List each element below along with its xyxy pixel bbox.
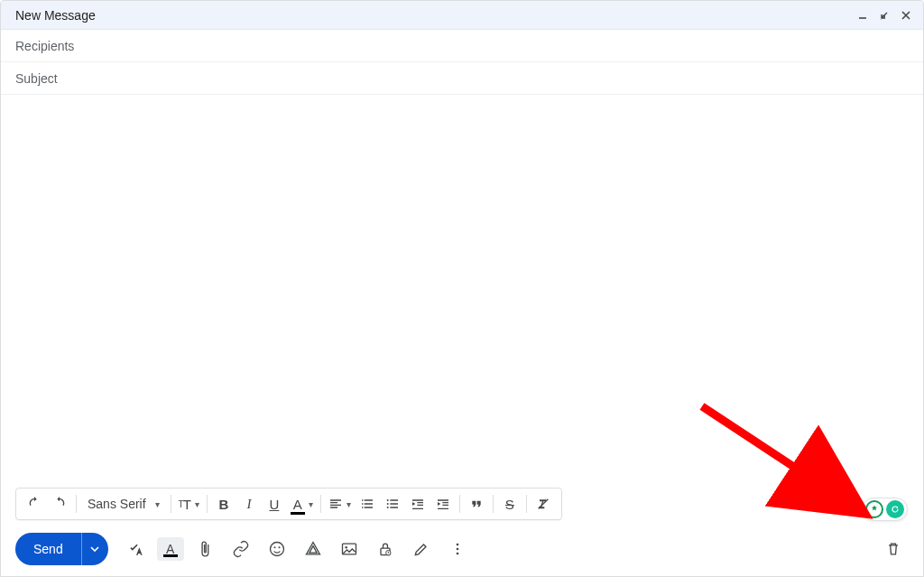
svg-point-5 [270, 543, 283, 556]
numbered-list-button[interactable] [355, 491, 380, 517]
quote-button[interactable] [464, 491, 489, 517]
insert-link-button[interactable] [226, 534, 256, 564]
svg-point-2 [387, 503, 389, 505]
insert-emoji-button[interactable] [262, 534, 292, 564]
remove-formatting-button[interactable] [531, 491, 556, 517]
text-color-dropdown[interactable]: A ▾ [287, 491, 317, 517]
svg-point-1 [387, 499, 389, 501]
italic-button[interactable]: I [236, 491, 262, 517]
indent-more-button[interactable] [430, 491, 456, 517]
align-dropdown[interactable]: ▾ [325, 491, 355, 517]
chevron-down-icon: ▾ [346, 499, 351, 509]
svg-point-7 [278, 546, 280, 548]
chevron-down-icon: ▾ [155, 499, 160, 509]
svg-point-9 [345, 546, 347, 549]
redo-button[interactable] [47, 491, 72, 517]
font-size-dropdown[interactable]: TT ▾ [175, 491, 203, 517]
extension-badges [862, 498, 908, 521]
strikethrough-button[interactable]: S [497, 491, 522, 517]
insert-signature-button[interactable] [406, 534, 437, 564]
font-family-label: Sans Serif [88, 497, 146, 511]
formatting-options-button[interactable]: A [157, 537, 184, 561]
spellcheck-button[interactable] [121, 534, 152, 564]
indent-less-button[interactable] [405, 491, 430, 517]
bold-button[interactable]: B [211, 491, 236, 517]
discard-draft-button[interactable] [878, 534, 909, 564]
send-options-dropdown[interactable] [81, 533, 108, 565]
minimize-button[interactable] [855, 7, 871, 23]
svg-point-3 [387, 507, 389, 508]
svg-point-13 [456, 548, 458, 551]
svg-point-14 [456, 553, 458, 555]
message-body[interactable] [1, 95, 923, 488]
more-options-button[interactable] [442, 534, 473, 564]
subject-label: Subject [15, 71, 58, 86]
send-button-group: Send [15, 533, 108, 565]
extension-badge-1[interactable] [865, 500, 883, 518]
undo-button[interactable] [22, 491, 47, 517]
formatting-toolbar: Sans Serif ▾ TT ▾ B I U A ▾ ▾ [15, 488, 562, 520]
recipients-label: Recipients [15, 39, 74, 53]
compose-window: New Message Recipients Subject [0, 0, 924, 577]
window-buttons [855, 7, 914, 23]
grammarly-badge[interactable] [886, 500, 904, 518]
subject-field[interactable]: Subject [1, 62, 923, 95]
underline-button[interactable]: U [262, 491, 287, 517]
title-bar: New Message [1, 1, 923, 30]
confidential-mode-button[interactable] [370, 534, 401, 564]
insert-drive-button[interactable] [298, 534, 328, 564]
chevron-down-icon: ▾ [309, 499, 313, 509]
close-button[interactable] [898, 7, 914, 23]
svg-point-12 [456, 544, 458, 546]
insert-photo-button[interactable] [334, 534, 365, 564]
window-title: New Message [15, 8, 855, 23]
attach-file-button[interactable] [189, 534, 220, 564]
recipients-field[interactable]: Recipients [1, 30, 923, 62]
chevron-down-icon: ▾ [195, 499, 199, 509]
font-family-dropdown[interactable]: Sans Serif ▾ [80, 491, 167, 517]
bulleted-list-button[interactable] [380, 491, 405, 517]
bottom-action-bar: Send A [1, 526, 923, 576]
popout-button[interactable] [876, 7, 892, 23]
svg-point-6 [273, 546, 275, 548]
send-button[interactable]: Send [15, 533, 81, 565]
